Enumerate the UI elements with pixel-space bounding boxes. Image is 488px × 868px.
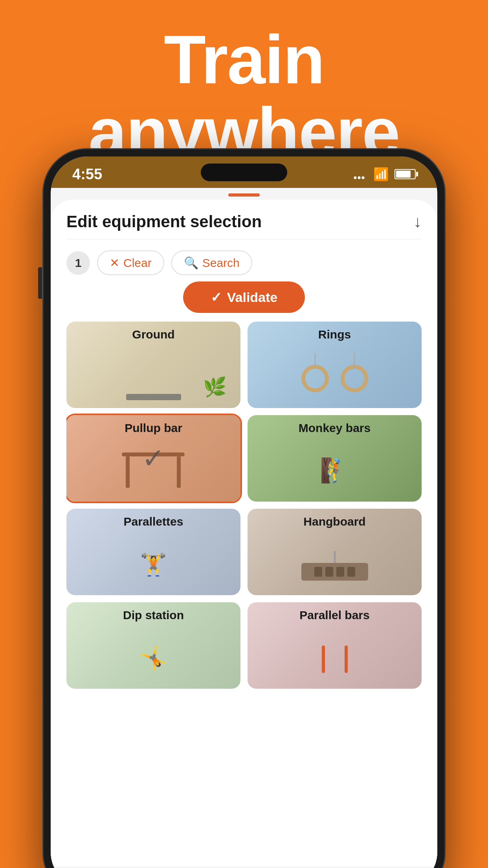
battery-icon — [394, 169, 416, 179]
selected-checkmark: ✓ — [142, 442, 165, 474]
ground-label: Ground — [66, 328, 240, 341]
monkey-visual: 🧗 — [248, 435, 422, 502]
dip-station-label: Dip station — [66, 609, 240, 622]
x-icon: ✕ — [110, 256, 119, 270]
search-button[interactable]: 🔍 Search — [171, 250, 252, 275]
rings-label: Rings — [248, 328, 422, 341]
status-icons: 📶 — [354, 167, 416, 182]
sheet-header: Edit equipment selection ↓ — [66, 200, 422, 239]
monkey-bars-label: Monkey bars — [248, 421, 422, 435]
signal-icon — [354, 169, 368, 179]
equipment-card-rings[interactable]: Rings — [248, 322, 422, 408]
validate-label: Validate — [227, 290, 278, 305]
equipment-card-hangboard[interactable]: Hangboard — [248, 509, 422, 595]
search-label: Search — [202, 256, 240, 270]
sheet-content: Edit equipment selection ↓ 1 ✕ Clear 🔍 S… — [51, 200, 437, 866]
equipment-card-pullup[interactable]: Pullup bar ✓ — [66, 415, 240, 502]
parallel-bars-label: Parallel bars — [248, 609, 422, 622]
svg-point-1 — [358, 177, 361, 179]
checkmark-icon: ✓ — [211, 289, 222, 305]
validate-row: ✓ Validate — [66, 281, 422, 322]
parallel-bars-visual — [248, 622, 422, 689]
selected-count-badge: 1 — [66, 251, 90, 275]
hangboard-label: Hangboard — [248, 515, 422, 528]
search-icon: 🔍 — [184, 256, 198, 270]
pullup-label: Pullup bar — [66, 421, 240, 435]
dynamic-island — [201, 164, 287, 181]
clear-button[interactable]: ✕ Clear — [97, 250, 164, 275]
sheet-handle — [228, 193, 260, 197]
hangboard-visual — [248, 528, 422, 595]
parallettes-label: Parallettes — [66, 515, 240, 528]
dip-station-visual: 🤸 — [66, 622, 240, 689]
equipment-card-parallel-bars[interactable]: Parallel bars — [248, 602, 422, 689]
clear-label: Clear — [123, 256, 152, 270]
svg-point-0 — [354, 177, 357, 179]
equipment-grid: Ground 🌿 Rings — [66, 322, 422, 689]
equipment-card-ground[interactable]: Ground 🌿 — [66, 322, 240, 408]
validate-button[interactable]: ✓ Validate — [183, 281, 305, 313]
rings-visual — [248, 341, 422, 408]
equipment-card-dip-station[interactable]: Dip station 🤸 — [66, 602, 240, 689]
phone-screen: 4:55 📶 Edit equipment selec — [51, 156, 437, 868]
wifi-icon: 📶 — [373, 167, 389, 182]
equipment-card-parallettes[interactable]: Parallettes 🏋️ — [66, 509, 240, 595]
svg-point-2 — [362, 177, 365, 179]
sheet-title: Edit equipment selection — [66, 212, 262, 231]
status-time: 4:55 — [72, 166, 102, 183]
hero-title: Train anywhere — [0, 0, 488, 168]
ground-visual: 🌿 — [66, 341, 240, 408]
controls-row: 1 ✕ Clear 🔍 Search — [66, 239, 422, 281]
equipment-card-monkey[interactable]: Monkey bars 🧗 — [248, 415, 422, 502]
chevron-down-icon[interactable]: ↓ — [413, 212, 422, 231]
phone-mockup: 4:55 📶 Edit equipment selec — [44, 149, 444, 868]
parallettes-visual: 🏋️ — [66, 528, 240, 595]
